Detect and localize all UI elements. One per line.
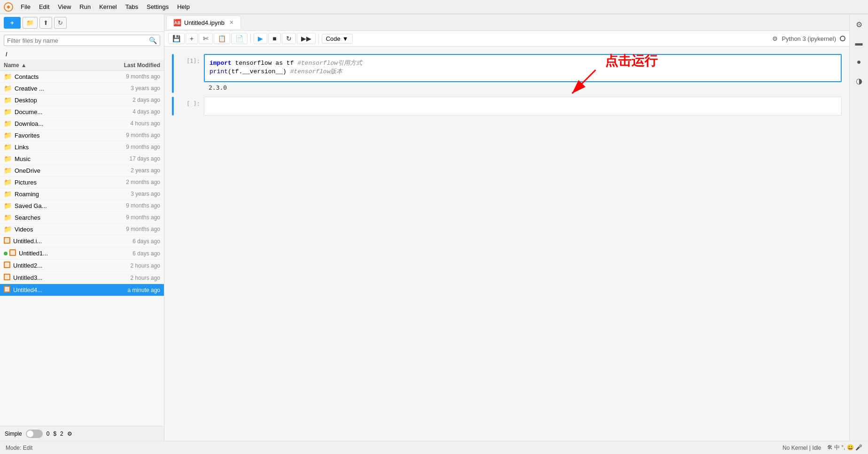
col-modified-header[interactable]: Last Modified — [99, 62, 160, 69]
notebook-tab[interactable]: 🆎 Untitled4.ipynb ✕ — [166, 15, 241, 29]
cell-1-input[interactable]: import tensorflow as tf #tensorflow引用方式 … — [204, 54, 842, 82]
folder-icon: 📁 — [4, 96, 12, 104]
file-name: Searches — [15, 214, 99, 221]
gear-icon[interactable]: ⚙ — [67, 431, 72, 437]
kernel-settings-icon[interactable]: ⚙ — [772, 35, 778, 42]
svg-rect-4 — [10, 250, 15, 255]
file-modified: 3 years ago — [99, 85, 160, 92]
file-modified: 9 months ago — [99, 73, 160, 80]
cell-2-body[interactable] — [204, 97, 842, 115]
list-item[interactable]: 📁Creative ...3 years ago — [0, 83, 164, 94]
toolbar-separator-1 — [250, 33, 251, 44]
folder-icon: 📁 — [4, 120, 12, 127]
new-button[interactable]: + — [4, 17, 21, 29]
notebook-icon — [9, 249, 16, 257]
file-modified: 4 days ago — [99, 108, 160, 115]
notebook-icon — [4, 237, 10, 245]
cell-2-input[interactable] — [204, 97, 842, 115]
interrupt-button[interactable]: ■ — [268, 33, 280, 44]
run-button[interactable]: ▶ — [254, 33, 267, 44]
palette-rail-icon[interactable]: ◑ — [852, 74, 866, 87]
list-item[interactable]: 📁Desktop2 days ago — [0, 94, 164, 106]
new-folder-button[interactable]: 📁 — [23, 17, 38, 29]
file-modified: 4 hours ago — [99, 120, 160, 127]
copy-button[interactable]: 📋 — [214, 33, 230, 44]
restart-button[interactable]: ↻ — [282, 33, 296, 44]
tab-close-button[interactable]: ✕ — [229, 19, 234, 26]
list-item[interactable]: 📁Downloa...4 hours ago — [0, 118, 164, 130]
menu-tabs[interactable]: Tabs — [122, 2, 142, 11]
list-item[interactable]: 📁Links9 months ago — [0, 141, 164, 153]
file-list-header: Name ▲ Last Modified — [0, 60, 164, 71]
folder-icon: 📁 — [4, 155, 12, 162]
menu-settings[interactable]: Settings — [143, 2, 172, 11]
kernel-info: ⚙ Python 3 (ipykernel) — [772, 35, 845, 42]
list-item[interactable]: Untitled1...6 days ago — [0, 247, 164, 260]
file-name: Favorites — [15, 132, 99, 139]
file-name: Roaming — [15, 191, 99, 198]
sidebar-bottom: Simple 0 $ 2 ⚙ — [0, 426, 164, 441]
cut-button[interactable]: ✄ — [199, 33, 213, 44]
list-item[interactable]: 📁Searches9 months ago — [0, 212, 164, 223]
list-item[interactable]: 📁OneDrive2 years ago — [0, 165, 164, 177]
list-item[interactable]: 📁Pictures2 months ago — [0, 177, 164, 188]
list-item[interactable]: Untitled2...2 hours ago — [0, 260, 164, 272]
add-cell-button[interactable]: + — [186, 33, 198, 44]
file-name: Untitled3... — [13, 274, 99, 281]
cell-1-line1: import tensorflow as tf #tensorflow引用方式 — [209, 59, 836, 67]
filter-input[interactable] — [7, 37, 149, 44]
file-modified: 9 months ago — [99, 226, 160, 232]
col-name-header[interactable]: Name ▲ — [4, 62, 99, 69]
menu-view[interactable]: View — [54, 2, 75, 11]
list-item[interactable]: Untitled.i...6 days ago — [0, 235, 164, 247]
list-item[interactable]: Untitled4...a minute ago — [0, 284, 164, 296]
toolbar-separator-2 — [318, 33, 319, 44]
list-item[interactable]: 📁Docume...4 days ago — [0, 106, 164, 118]
list-item[interactable]: 📁Contacts9 months ago — [0, 71, 164, 83]
file-name: OneDrive — [15, 167, 99, 174]
file-name: Docume... — [15, 108, 99, 115]
debug-rail-icon[interactable]: ● — [852, 55, 866, 69]
list-item[interactable]: 📁Saved Ga...9 months ago — [0, 200, 164, 212]
file-modified: 2 hours ago — [99, 275, 160, 281]
list-item[interactable]: 📁Music17 days ago — [0, 153, 164, 165]
menu-help[interactable]: Help — [173, 2, 194, 11]
filter-box[interactable]: 🔍 — [4, 35, 160, 46]
cell-1-bar — [172, 54, 174, 93]
file-name: Untitled2... — [13, 262, 99, 269]
list-item[interactable]: 📁Favorites9 months ago — [0, 130, 164, 141]
status-icons: 🛠 中 °, 😀 🎤 — [827, 444, 862, 452]
settings-rail-icon[interactable]: ⚙ — [852, 18, 866, 31]
mode-toggle[interactable] — [26, 430, 43, 438]
refresh-button[interactable]: ↻ — [54, 17, 67, 29]
menu-edit[interactable]: Edit — [35, 2, 53, 11]
file-name: Contacts — [15, 73, 99, 80]
cell-type-dropdown[interactable]: Code ▼ — [322, 34, 353, 44]
cell-1-line2: print(tf.__version__) #tensorflow版本 — [209, 67, 836, 76]
mode-label: Simple — [5, 431, 22, 437]
upload-button[interactable]: ⬆ — [39, 17, 52, 29]
folder-icon: 📁 — [4, 214, 12, 221]
menu-run[interactable]: Run — [76, 2, 94, 11]
status-right: No Kernel | Idle 🛠 中 °, 😀 🎤 — [783, 444, 862, 452]
save-button[interactable]: 💾 — [168, 33, 185, 44]
cell-1-body[interactable]: import tensorflow as tf #tensorflow引用方式 … — [204, 54, 842, 93]
list-item[interactable]: Untitled3...2 hours ago — [0, 272, 164, 284]
restart-run-button[interactable]: ▶▶ — [297, 33, 316, 44]
paste-button[interactable]: 📄 — [231, 33, 248, 44]
menu-kernel[interactable]: Kernel — [95, 2, 121, 11]
file-name: Downloa... — [15, 120, 99, 127]
menu-file[interactable]: File — [17, 2, 34, 11]
notebook-icon — [4, 274, 10, 282]
file-modified: a minute ago — [99, 287, 160, 293]
folder-icon: 📁 — [4, 85, 12, 92]
dollar-icon: $ — [53, 431, 56, 437]
tab-bar: 🆎 Untitled4.ipynb ✕ — [164, 14, 849, 31]
file-name: Untitled.i... — [13, 238, 99, 245]
file-modified: 9 months ago — [99, 202, 160, 209]
list-item[interactable]: 📁Videos9 months ago — [0, 223, 164, 235]
kernel-status-text: No Kernel | Idle — [783, 445, 822, 451]
notebook-icon — [4, 262, 10, 269]
extensions-rail-icon[interactable]: ▬ — [852, 37, 866, 50]
list-item[interactable]: 📁Roaming3 years ago — [0, 188, 164, 200]
